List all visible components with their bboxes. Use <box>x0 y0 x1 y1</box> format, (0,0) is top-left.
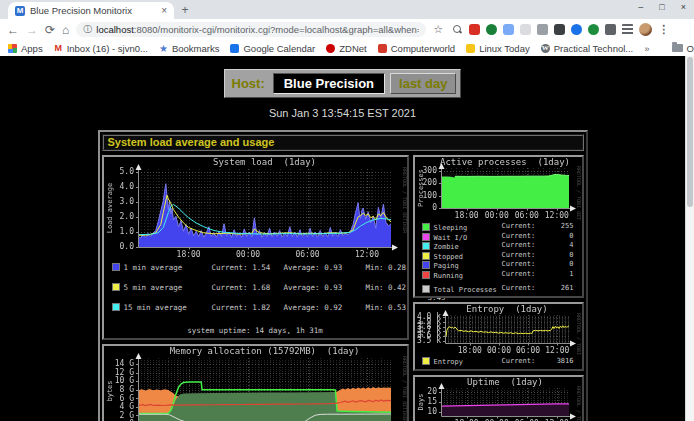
uptime-chart[interactable] <box>415 377 581 421</box>
processes-graph-frame: SleepingCurrent:255 Wait I/OCurrent:0 Zo… <box>413 155 584 298</box>
reading-list-icon[interactable] <box>622 24 633 35</box>
system-load-legend: 1 min average Current: 1.54Average: 0.93… <box>104 261 407 323</box>
bookmark-linux-today[interactable]: Linux Today <box>466 43 530 54</box>
legend-swatch <box>422 223 430 231</box>
period-button[interactable]: last day <box>390 73 456 94</box>
bookmark-apps[interactable]: Apps <box>8 43 43 54</box>
search-extension-icon[interactable] <box>452 24 463 35</box>
bookmark-zdnet[interactable]: ZDNet <box>326 43 366 54</box>
processes-legend: SleepingCurrent:255 Wait I/OCurrent:0 Zo… <box>415 221 582 296</box>
legend-swatch <box>112 263 120 271</box>
legend-swatch <box>422 271 430 279</box>
other-bookmarks-label: Other bookmarks <box>687 43 694 54</box>
extension-icons: ⋮ <box>452 23 669 36</box>
monitorix-page: Host: Blue Precision last day Sun Jan 3 … <box>0 56 685 421</box>
window-maximize-button[interactable]: □ <box>659 2 664 12</box>
window-minimize-button[interactable]: – <box>638 2 643 12</box>
blue-circle-extension-icon[interactable] <box>571 24 582 35</box>
profile-avatar[interactable] <box>639 23 652 36</box>
bookmark-computerworld[interactable]: Computerworld <box>378 43 455 54</box>
bookmark-inbox[interactable]: MInbox (16) - sjvn0... <box>54 43 148 54</box>
legend-swatch <box>422 285 430 293</box>
bookmark-label: Apps <box>21 43 43 54</box>
tab-close-icon[interactable]: × <box>161 6 167 16</box>
bookmark-label: Linux Today <box>479 43 530 54</box>
system-load-graph-frame: 1 min average Current: 1.54Average: 0.93… <box>102 155 409 340</box>
linux-today-icon <box>466 44 475 53</box>
section-title: System load average and usage <box>102 134 584 151</box>
bookmark-practical-technology[interactable]: WPractical Technol... <box>541 43 634 54</box>
bookmark-label: Practical Technol... <box>554 43 634 54</box>
system-load-section: System load average and usage 1 min aver… <box>98 130 588 421</box>
bookmark-label: Inbox (16) - sjvn0... <box>67 43 148 54</box>
bookmark-google-calendar[interactable]: Google Calendar <box>230 43 315 54</box>
legend-swatch <box>422 242 430 250</box>
processes-chart[interactable] <box>415 157 581 221</box>
zdnet-icon <box>326 44 335 53</box>
bookmarks-overflow-chevron[interactable]: » <box>644 43 649 54</box>
memory-graph-frame: Used Cached Buffers Active Inactive <box>102 344 409 421</box>
menu-kebab-icon[interactable]: ⋮ <box>658 23 669 36</box>
legend-swatch <box>422 233 430 241</box>
other-bookmarks-button[interactable]: Other bookmarks <box>672 43 694 54</box>
host-value: Blue Precision <box>273 73 385 94</box>
page-info-icon[interactable]: ⓘ <box>83 23 92 36</box>
entropy-legend: Entropy Current:3816 <box>415 356 582 369</box>
system-load-chart[interactable] <box>104 157 407 261</box>
scrollbar-thumb[interactable] <box>687 57 693 207</box>
entropy-graph-frame: Entropy Current:3816 <box>413 302 584 371</box>
system-uptime-note: system uptime: 14 days, 1h 31m <box>104 323 407 338</box>
gmail-icon: M <box>54 44 63 53</box>
pages-extension-icon[interactable] <box>503 24 514 35</box>
bookmark-bookmarks[interactable]: ★Bookmarks <box>159 43 219 54</box>
window-controls: – □ × <box>638 2 686 12</box>
legend-swatch <box>422 261 430 269</box>
page-scrollbar[interactable] <box>685 56 694 421</box>
host-label: Host: <box>229 75 268 92</box>
star-icon: ★ <box>159 44 168 53</box>
forward-icon[interactable]: → <box>26 24 38 36</box>
gray-extension-icon[interactable] <box>520 24 531 35</box>
folder-icon <box>672 44 683 52</box>
bookmark-label: ZDNet <box>339 43 366 54</box>
address-bar[interactable]: ⓘ localhost:8080/monitorix-cgi/monitorix… <box>76 22 426 37</box>
url-host: localhost <box>96 24 134 35</box>
apps-grid-icon <box>8 44 17 53</box>
reload-icon[interactable]: ⟳ <box>45 24 55 36</box>
monitorix-favicon-icon: M <box>15 6 25 16</box>
bookmark-label: Bookmarks <box>172 43 220 54</box>
memory-chart[interactable] <box>104 346 407 421</box>
legend-swatch <box>112 303 120 311</box>
bookmark-label: Computerworld <box>391 43 455 54</box>
globe-extension-icon[interactable] <box>486 24 497 35</box>
wordpress-icon: W <box>541 44 550 53</box>
legend-swatch <box>422 252 430 260</box>
browser-toolbar: ← → ⟳ ⌂ ⓘ localhost:8080/monitorix-cgi/m… <box>0 19 694 40</box>
bookmark-star-icon[interactable]: ☆ <box>433 23 443 36</box>
extensions-puzzle-icon[interactable] <box>605 24 616 35</box>
report-timestamp: Sun Jan 3 13:54:15 EST 2021 <box>0 107 685 119</box>
speaker-extension-icon[interactable] <box>537 24 548 35</box>
bookmark-label: Google Calendar <box>243 43 315 54</box>
dark-extension-icon[interactable] <box>554 24 565 35</box>
uptime-graph-frame: Uptime (in days) Current:14.1 <box>413 375 584 421</box>
green-circle-extension-icon[interactable] <box>588 24 599 35</box>
legend-swatch <box>112 283 120 291</box>
window-close-button[interactable]: × <box>681 2 686 12</box>
legend-swatch <box>422 357 430 365</box>
tab-strip: M Blue Precision Monitorix × + – □ × <box>0 0 694 19</box>
gmail-extension-icon[interactable] <box>469 24 480 35</box>
tab-title: Blue Precision Monitorix <box>30 5 156 16</box>
bookmarks-bar: Apps MInbox (16) - sjvn0... ★Bookmarks G… <box>0 40 694 56</box>
entropy-chart[interactable] <box>415 304 581 356</box>
back-icon[interactable]: ← <box>7 24 19 36</box>
browser-tab[interactable]: M Blue Precision Monitorix × <box>8 2 174 19</box>
calendar-icon <box>230 44 239 53</box>
url-text: localhost:8080/monitorix-cgi/monitorix.c… <box>96 24 419 35</box>
computerworld-icon <box>378 44 387 53</box>
new-tab-button[interactable]: + <box>174 3 196 19</box>
url-path: :8080/monitorix-cgi/monitorix.cgi?mode=l… <box>134 24 420 35</box>
host-selector-box: Host: Blue Precision last day <box>224 69 462 98</box>
browser-window: M Blue Precision Monitorix × + – □ × ← →… <box>0 0 694 421</box>
home-icon[interactable]: ⌂ <box>62 24 69 36</box>
